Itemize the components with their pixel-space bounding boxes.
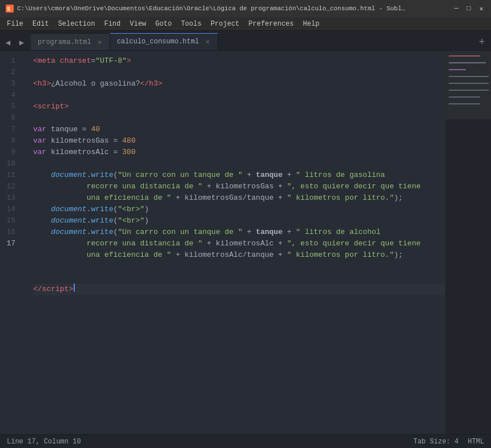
tab-calculo-consumo-html[interactable]: calculo_consumo.html ✕: [110, 33, 218, 50]
maximize-button[interactable]: □: [465, 5, 473, 13]
code-line-11b: recorre una distancia de " + kilometrosG…: [33, 181, 445, 192]
line-num-4: 4: [0, 90, 19, 101]
status-position[interactable]: Line 17, Column 10: [7, 438, 81, 446]
new-tab-button[interactable]: +: [476, 37, 488, 48]
menu-help[interactable]: Help: [299, 18, 324, 30]
code-line-6: [33, 112, 445, 124]
line-num-14: 14: [0, 204, 19, 215]
menu-selection[interactable]: Selection: [54, 18, 100, 30]
line-num-10: 10: [0, 158, 19, 169]
app-icon: S: [6, 5, 14, 13]
tab-label: programa.html: [38, 38, 91, 46]
tab-bar: ◀ ▶ programa.html ✕ calculo_consumo.html…: [0, 31, 491, 51]
code-line-11c: una eficiencia de " + kilometrosGas/tanq…: [33, 192, 445, 204]
line-num-7: 7: [0, 124, 19, 135]
code-line-8: var kilometrosGas = 480: [33, 135, 445, 147]
line-num-17: 17: [0, 238, 19, 249]
minimize-button[interactable]: —: [452, 5, 460, 13]
line-num-16: 16: [0, 227, 19, 238]
svg-rect-11: [445, 51, 491, 119]
code-line-14c: una eficiencia de " + kilometrosAlc/tanq…: [33, 249, 445, 261]
line-num-13: 13: [0, 192, 19, 204]
code-area[interactable]: <meta charset="UTF-8"> <h3>¿Alcohol o ga…: [24, 51, 445, 434]
code-line-2: [33, 67, 445, 78]
code-line-14: document.write("Un carro con un tanque d…: [33, 227, 445, 238]
line-num-3: 3: [0, 78, 19, 90]
code-line-14b: recorre una distancia de " + kilometrosA…: [33, 238, 445, 249]
line-num-2: 2: [0, 67, 19, 78]
code-line-12: document.write("<br>"): [33, 204, 445, 215]
line-num-5: 5: [0, 101, 19, 112]
minimap[interactable]: [445, 51, 491, 434]
tab-next-button[interactable]: ▶: [16, 37, 27, 48]
close-button[interactable]: ✕: [477, 5, 485, 13]
line-numbers: 1 2 3 4 5 6 7 8 9 10 11 12 13 14 15 16 1…: [0, 51, 24, 434]
tab-programa-html[interactable]: programa.html ✕: [31, 33, 110, 50]
line-num-15: 15: [0, 215, 19, 227]
status-right: Tab Size: 4 HTML: [413, 438, 484, 446]
window-title: C:\Users\cmora\OneDrive\Documentos\Educa…: [17, 5, 405, 12]
tab-close-calculo[interactable]: ✕: [204, 38, 212, 46]
code-line-9: var kilometrosAlc = 300: [33, 147, 445, 158]
menu-tools[interactable]: Tools: [176, 18, 206, 30]
status-tab-size[interactable]: Tab Size: 4: [413, 438, 458, 446]
code-line-17: </script>: [33, 284, 445, 295]
line-num-8: 8: [0, 135, 19, 147]
minimap-canvas: [445, 51, 491, 279]
tab-prev-button[interactable]: ◀: [2, 37, 14, 48]
menu-goto[interactable]: Goto: [151, 18, 176, 30]
status-bar: Line 17, Column 10 Tab Size: 4 HTML: [0, 434, 491, 448]
tab-close-programa[interactable]: ✕: [96, 38, 104, 46]
svg-text:S: S: [7, 6, 10, 13]
code-line-13: document.write("<br>"): [33, 215, 445, 227]
text-cursor: [74, 284, 75, 292]
line-num-1: 1: [0, 55, 19, 67]
code-line-4: [33, 90, 445, 101]
code-line-1: <meta charset="UTF-8">: [33, 55, 445, 67]
tab-label: calculo_consumo.html: [117, 38, 199, 46]
code-line-7: var tanque = 40: [33, 124, 445, 135]
menu-view[interactable]: View: [125, 18, 151, 30]
code-line-15: [33, 261, 445, 272]
code-line-11: document.write("Un carro con un tanque d…: [33, 169, 445, 181]
menu-bar: File Edit Selection Find View Goto Tools…: [0, 17, 491, 31]
editor: 1 2 3 4 5 6 7 8 9 10 11 12 13 14 15 16 1…: [0, 51, 491, 434]
menu-preferences[interactable]: Preferences: [244, 18, 298, 30]
line-num-11: 11: [0, 169, 19, 181]
line-num-6: 6: [0, 112, 19, 124]
title-bar: S C:\Users\cmora\OneDrive\Documentos\Edu…: [0, 0, 491, 17]
code-line-3: <h3>¿Alcohol o gasolina?</h3>: [33, 78, 445, 90]
status-language[interactable]: HTML: [468, 438, 484, 446]
menu-find[interactable]: Find: [99, 18, 125, 30]
line-num-12: 12: [0, 181, 19, 192]
menu-file[interactable]: File: [2, 18, 28, 30]
code-line-5: <script>: [33, 101, 445, 112]
menu-edit[interactable]: Edit: [28, 18, 54, 30]
code-line-16: [33, 272, 445, 284]
code-line-10: [33, 158, 445, 169]
status-left: Line 17, Column 10: [7, 438, 81, 446]
menu-project[interactable]: Project: [206, 18, 244, 30]
line-num-9: 9: [0, 147, 19, 158]
